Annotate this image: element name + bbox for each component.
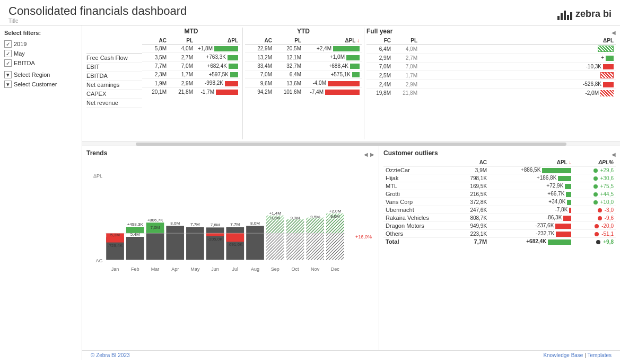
fy-pl: 2,7M [393, 54, 420, 62]
ac-label: 9,5M [310, 215, 320, 219]
outlier-pct: +30,6 [573, 174, 616, 182]
ac-label: 8,0M [170, 221, 180, 226]
fy-delta: -10,3K [420, 62, 616, 70]
checkbox-2019[interactable] [4, 40, 12, 48]
delta-label: +498,3K [127, 222, 144, 227]
outlier-pct: -9,6 [573, 214, 616, 222]
ac-bar [126, 237, 144, 260]
templates-link[interactable]: Templates [587, 352, 612, 358]
page-title: Consolidated financials dashboard [8, 4, 187, 18]
fy-delta: -526,8K [420, 80, 616, 88]
target-label: +16,0% [355, 234, 372, 239]
delta-bar-pos [306, 218, 324, 233]
copyright-link[interactable]: © Zebra BI 2023 [91, 352, 130, 358]
ytd-ac: 94,2M [245, 87, 274, 96]
checkbox-customer[interactable]: ▾ [4, 81, 12, 88]
outlier-delta: +886,5K [489, 166, 573, 174]
outlier-delta: -237,6K [489, 222, 573, 230]
outliers-col-name [383, 159, 450, 166]
delta-label: -729,4K [108, 243, 123, 248]
ytd-ac: 7,0M [245, 70, 274, 79]
outliers-title: Customer outliers [383, 149, 438, 157]
fullyear-section: Full year ◀ FC PL ΔPL 6,4M 4,0M [366, 28, 616, 139]
scrollbar-thumb[interactable] [136, 143, 566, 146]
outlier-pct: -51,1 [573, 230, 616, 238]
checkbox-ebitda[interactable] [4, 59, 12, 67]
logo-text: zebra bi [575, 8, 612, 20]
row-label: Free Cash Flow [86, 53, 142, 62]
mtd-label: MTD [142, 28, 240, 35]
outliers-col-ac: AC [450, 159, 489, 166]
scroll-left-icon[interactable]: ◀ [612, 30, 616, 35]
outlier-ac: 169,5K [450, 182, 489, 190]
row-label: EBIT [86, 62, 142, 71]
outlier-name: Grotti [383, 190, 450, 198]
filter-may[interactable]: May [4, 49, 77, 58]
checkbox-region[interactable]: ▾ [4, 71, 12, 78]
mtd-ac: 2,3M [142, 70, 169, 79]
outlier-delta: +72,9K [489, 182, 573, 190]
month-label: Apr [171, 267, 179, 272]
mtd-col-delta: ΔPL [195, 37, 240, 45]
page-subtitle: Title [8, 18, 187, 24]
outlier-name: Hijak [383, 174, 450, 182]
trends-panel: Trends ◀ ▶ ΔPLAC+16,0%5,3M-729,4KJan5,4M… [82, 146, 379, 350]
fy-fc: 2,9M [366, 54, 393, 62]
outliers-header: Customer outliers ◀ [383, 149, 616, 159]
ytd-ac: 33,4M [245, 61, 274, 70]
fy-fc: 6,4M [366, 45, 393, 54]
delta-label: -691,6K [228, 242, 243, 247]
mtd-pl: 2,7M [169, 53, 195, 61]
month-label: Aug [251, 267, 259, 272]
mtd-delta: +682,4K [195, 61, 240, 70]
outlier-delta: -232,7K [489, 230, 573, 238]
ytd-ac: 13,2M [245, 53, 274, 61]
logo: zebra bi [557, 8, 612, 20]
mtd-col-ac: AC [142, 37, 169, 45]
fy-delta: -2,0M [420, 88, 616, 97]
outlier-ac: 247,6K [450, 206, 489, 214]
filter-2019[interactable]: 2019 [4, 39, 77, 49]
knowledge-base-link[interactable]: Knowledge Base [543, 352, 583, 358]
checkbox-may[interactable] [4, 50, 12, 57]
outlier-pct: +10,0 [573, 198, 616, 206]
outlier-pct: +44,5 [573, 190, 616, 198]
main-content: Select filters: 2019 May EBITDA ▾ Select… [0, 25, 620, 360]
outlier-ac: 216,5K [450, 190, 489, 198]
outlier-delta: +66,7K [489, 190, 573, 198]
trends-scroll-right[interactable]: ▶ [370, 152, 374, 157]
trends-scroll-left[interactable]: ◀ [364, 152, 368, 157]
outliers-col-pct: ΔPL% [573, 159, 616, 166]
ac-bar [166, 226, 184, 260]
filter-region[interactable]: ▾ Select Region [4, 70, 77, 79]
outlier-total-label: Total [383, 238, 450, 246]
mtd-ac: 5,8M [142, 45, 169, 53]
mtd-delta: +1,8M [195, 45, 240, 53]
outlier-name: Rakaira Vehicles [383, 214, 450, 222]
filter-ebitda[interactable]: EBITDA [4, 58, 77, 68]
mtd-pl: 1,7M [169, 70, 195, 79]
mtd-ac: 3,5M [142, 53, 169, 61]
month-label: Sep [271, 267, 280, 272]
ytd-col-ac: AC [245, 37, 274, 45]
delta-bar-neg [226, 233, 244, 242]
outliers-scroll[interactable]: ◀ [612, 152, 616, 157]
outlier-delta: -7,8K [489, 206, 573, 214]
ac-label: 7,0M [151, 225, 160, 230]
outlier-ac: 808,7K [450, 214, 489, 222]
filter-title: Select filters: [4, 30, 77, 36]
row-label: Net earnings [86, 80, 142, 89]
ytd-pl: 6,4M [274, 70, 303, 79]
ytd-pl: 12,1M [274, 53, 303, 61]
row-label: EBITDA [86, 71, 142, 80]
delta-bar-pos [286, 219, 304, 233]
ytd-ac: 22,9M [245, 45, 274, 53]
filter-customer[interactable]: ▾ Select Customer [4, 79, 77, 89]
mtd-ac: 7,7M [142, 61, 169, 70]
outliers-table: AC ΔPL ↓ ΔPL% OzzieCar 3,9M +886,5K +29,… [383, 159, 616, 245]
outlier-ac: 798,1K [450, 174, 489, 182]
mtd-delta: +597,5K [195, 70, 240, 79]
outlier-delta: -86,3K [489, 214, 573, 222]
ytd-delta: -4,0M [303, 79, 362, 87]
fy-pl: 4,0M [393, 45, 420, 54]
